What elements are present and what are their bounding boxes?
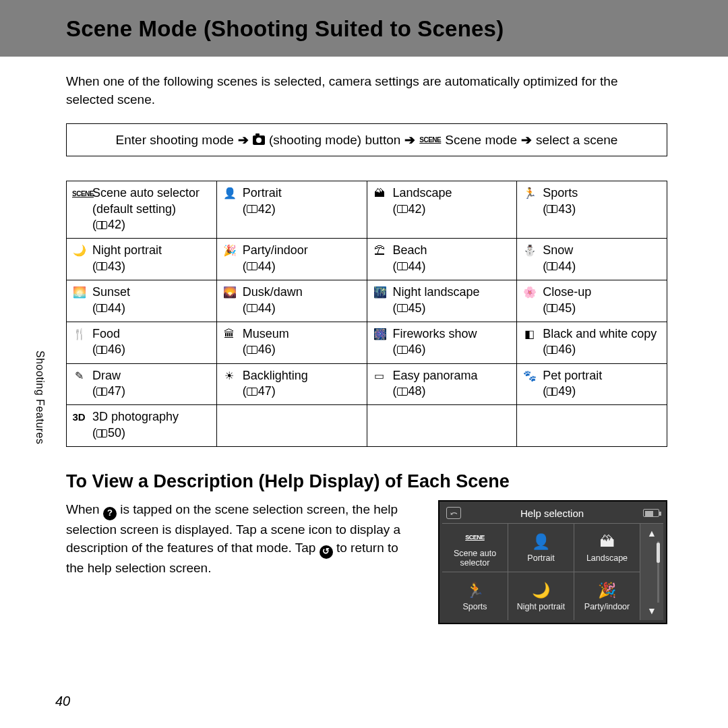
page-reference: (46) bbox=[92, 342, 125, 357]
arrow-icon: ➔ bbox=[404, 132, 415, 148]
lcd-titlebar: ⤺ Help selection bbox=[442, 504, 663, 523]
scene-name: Sunset bbox=[92, 284, 130, 300]
scene-cell: 🐾Pet portrait(49) bbox=[517, 363, 667, 405]
scene-icon: 🌅 bbox=[72, 284, 86, 316]
manual-page-icon bbox=[96, 221, 107, 229]
lcd-scene-cell[interactable]: 🎉Party/indoor bbox=[574, 572, 640, 620]
scene-subtext: (default setting) bbox=[92, 202, 200, 217]
scene-name: 3D photography bbox=[92, 409, 179, 425]
help-section-heading: To View a Description (Help Display) of … bbox=[66, 471, 667, 492]
scene-icon: 🌸 bbox=[522, 284, 536, 316]
page-title: Scene Mode (Shooting Suited to Scenes) bbox=[66, 16, 728, 42]
manual-page-icon bbox=[397, 304, 408, 312]
page-reference: (45) bbox=[543, 301, 576, 316]
manual-page-icon bbox=[96, 262, 107, 270]
scene-cell: ⛄Snow(44) bbox=[517, 239, 667, 280]
scroll-up-icon[interactable]: ▲ bbox=[647, 528, 657, 539]
page-reference: (45) bbox=[393, 301, 426, 316]
manual-page-icon bbox=[96, 429, 107, 437]
battery-icon bbox=[643, 509, 659, 517]
scene-cell: 🏃Sports(43) bbox=[517, 181, 667, 239]
scene-cell: 🌄Dusk/dawn(44) bbox=[216, 280, 367, 322]
scene-icon: 🐾 bbox=[522, 368, 536, 400]
scene-cell bbox=[216, 405, 367, 447]
scene-cell: 👤Portrait(42) bbox=[216, 181, 367, 239]
scene-name: Fireworks show bbox=[393, 326, 477, 342]
scene-icon: ⛄ bbox=[522, 243, 536, 274]
lcd-scene-label: Party/indoor bbox=[584, 603, 630, 612]
scene-cell: SCENEScene auto selector(default setting… bbox=[67, 181, 217, 239]
scene-name: Close-up bbox=[543, 284, 591, 300]
scene-icon: 🌃 bbox=[373, 284, 386, 316]
scene-name: Dusk/dawn bbox=[243, 284, 303, 300]
lcd-scene-cell[interactable]: 🏔Landscape bbox=[574, 523, 640, 572]
scene-icon: 🏔 bbox=[373, 185, 386, 217]
lcd-scene-cell[interactable]: 🌙Night portrait bbox=[508, 572, 574, 620]
page-reference: (44) bbox=[243, 259, 276, 274]
scene-icon: ☀ bbox=[222, 368, 236, 400]
intro-paragraph: When one of the following scenes is sele… bbox=[66, 73, 667, 109]
lcd-scene-label: Scene auto selector bbox=[444, 549, 506, 568]
scene-name: Easy panorama bbox=[393, 368, 478, 384]
lcd-scene-cell[interactable]: 👤Portrait bbox=[508, 523, 574, 572]
scene-cell: 3D3D photography(50) bbox=[67, 405, 217, 447]
scene-name: Food bbox=[92, 326, 125, 342]
lcd-scene-label: Sports bbox=[462, 603, 487, 612]
manual-page-icon bbox=[247, 346, 257, 354]
scene-name: Night landscape bbox=[393, 284, 480, 300]
scene-icon: 🏃 bbox=[522, 185, 536, 217]
page-reference: (46) bbox=[393, 342, 426, 357]
manual-page-icon bbox=[547, 304, 557, 312]
page-reference: (42) bbox=[243, 202, 276, 217]
scene-icon: 🏛 bbox=[222, 326, 236, 358]
lcd-back-button[interactable]: ⤺ bbox=[446, 507, 461, 519]
page-header: Scene Mode (Shooting Suited to Scenes) bbox=[0, 0, 728, 57]
lcd-scene-cell[interactable]: 🏃Sports bbox=[442, 572, 508, 620]
scene-cell: 🌃Night landscape(45) bbox=[367, 280, 517, 322]
scene-icon: 🎆 bbox=[373, 326, 386, 358]
manual-page-icon bbox=[397, 346, 408, 354]
page-reference: (42) bbox=[92, 217, 125, 233]
manual-page-icon bbox=[547, 262, 557, 270]
page-reference: (46) bbox=[243, 342, 276, 357]
scene-cell: 🌅Sunset(44) bbox=[67, 280, 217, 322]
scene-cell: ⛱Beach(44) bbox=[367, 239, 517, 280]
scene-cell: 🏛Museum(46) bbox=[216, 322, 367, 363]
manual-page-icon bbox=[247, 304, 257, 312]
scene-cell bbox=[517, 405, 667, 447]
scene-cell: ✎Draw(47) bbox=[67, 363, 217, 405]
scene-icon: 🌄 bbox=[222, 284, 236, 316]
section-tab-label: Shooting Features bbox=[34, 351, 46, 444]
scene-name: Party/indoor bbox=[243, 243, 308, 258]
manual-page-icon bbox=[397, 205, 408, 213]
scene-icon: 🌙 bbox=[72, 243, 86, 274]
page-reference: (46) bbox=[543, 342, 576, 357]
page-reference: (44) bbox=[92, 301, 125, 316]
lcd-title: Help selection bbox=[520, 508, 584, 519]
manual-page-icon bbox=[247, 262, 257, 270]
scene-name: Sports bbox=[543, 185, 578, 201]
scroll-down-icon[interactable]: ▼ bbox=[647, 605, 657, 616]
scene-icon: ▭ bbox=[373, 368, 386, 400]
manual-page-icon bbox=[96, 388, 107, 396]
scene-icon: ◧ bbox=[522, 326, 536, 358]
scene-icon: 🎉 bbox=[222, 243, 236, 274]
scene-name: Landscape bbox=[393, 185, 452, 201]
scene-icon: 👤 bbox=[222, 185, 236, 217]
scene-icon: ✎ bbox=[72, 368, 86, 400]
arrow-icon: ➔ bbox=[521, 132, 532, 148]
lcd-scrollbar[interactable]: ▲▼ bbox=[640, 523, 663, 620]
scene-cell: 🎆Fireworks show(46) bbox=[367, 322, 517, 363]
help-paragraph: When ? is tapped on the scene selection … bbox=[66, 500, 419, 577]
page-reference: (48) bbox=[393, 384, 426, 399]
page-reference: (49) bbox=[543, 384, 576, 399]
page-reference: (44) bbox=[243, 301, 276, 316]
lcd-scene-cell[interactable]: SCENEScene auto selector bbox=[442, 523, 508, 572]
scene-icon: SCENE bbox=[72, 185, 86, 233]
scene-name: Night portrait bbox=[92, 243, 162, 258]
scene-cell: ☀Backlighting(47) bbox=[216, 363, 367, 405]
scene-cell: 🍴Food(46) bbox=[67, 322, 217, 363]
scene-icon: ⛱ bbox=[373, 243, 386, 274]
scene-cell: ◧Black and white copy(46) bbox=[517, 322, 667, 363]
manual-page-icon bbox=[247, 388, 257, 396]
